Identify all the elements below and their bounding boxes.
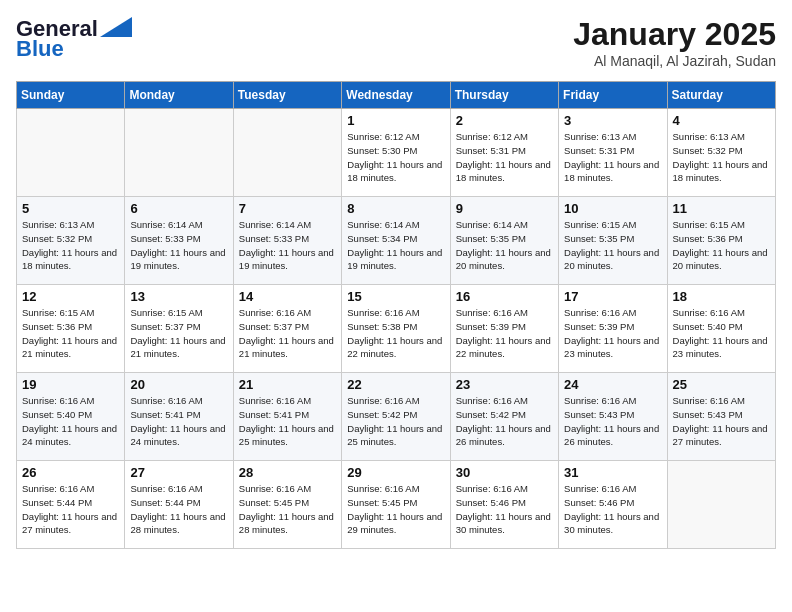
logo-text-blue: Blue bbox=[16, 36, 64, 62]
cell-details: Sunrise: 6:13 AMSunset: 5:32 PMDaylight:… bbox=[673, 130, 771, 185]
cell-details: Sunrise: 6:15 AMSunset: 5:37 PMDaylight:… bbox=[130, 306, 228, 361]
weekday-header-friday: Friday bbox=[559, 82, 667, 109]
cell-details: Sunrise: 6:13 AMSunset: 5:32 PMDaylight:… bbox=[22, 218, 120, 273]
cell-details: Sunrise: 6:16 AMSunset: 5:46 PMDaylight:… bbox=[564, 482, 662, 537]
calendar-cell: 29Sunrise: 6:16 AMSunset: 5:45 PMDayligh… bbox=[342, 461, 450, 549]
calendar-cell bbox=[233, 109, 341, 197]
calendar-cell: 20Sunrise: 6:16 AMSunset: 5:41 PMDayligh… bbox=[125, 373, 233, 461]
day-number: 13 bbox=[130, 289, 228, 304]
weekday-header-monday: Monday bbox=[125, 82, 233, 109]
calendar-cell: 30Sunrise: 6:16 AMSunset: 5:46 PMDayligh… bbox=[450, 461, 558, 549]
calendar-cell: 7Sunrise: 6:14 AMSunset: 5:33 PMDaylight… bbox=[233, 197, 341, 285]
calendar-cell: 6Sunrise: 6:14 AMSunset: 5:33 PMDaylight… bbox=[125, 197, 233, 285]
calendar-cell: 9Sunrise: 6:14 AMSunset: 5:35 PMDaylight… bbox=[450, 197, 558, 285]
cell-details: Sunrise: 6:16 AMSunset: 5:41 PMDaylight:… bbox=[130, 394, 228, 449]
cell-details: Sunrise: 6:14 AMSunset: 5:34 PMDaylight:… bbox=[347, 218, 445, 273]
day-number: 26 bbox=[22, 465, 120, 480]
logo: General Blue bbox=[16, 16, 132, 62]
cell-details: Sunrise: 6:14 AMSunset: 5:35 PMDaylight:… bbox=[456, 218, 554, 273]
calendar-cell: 14Sunrise: 6:16 AMSunset: 5:37 PMDayligh… bbox=[233, 285, 341, 373]
day-number: 31 bbox=[564, 465, 662, 480]
calendar-cell: 28Sunrise: 6:16 AMSunset: 5:45 PMDayligh… bbox=[233, 461, 341, 549]
day-number: 30 bbox=[456, 465, 554, 480]
calendar-cell: 18Sunrise: 6:16 AMSunset: 5:40 PMDayligh… bbox=[667, 285, 775, 373]
day-number: 28 bbox=[239, 465, 337, 480]
logo-triangle-icon bbox=[100, 17, 132, 37]
day-number: 21 bbox=[239, 377, 337, 392]
day-number: 17 bbox=[564, 289, 662, 304]
cell-details: Sunrise: 6:16 AMSunset: 5:40 PMDaylight:… bbox=[22, 394, 120, 449]
cell-details: Sunrise: 6:16 AMSunset: 5:46 PMDaylight:… bbox=[456, 482, 554, 537]
weekday-header-sunday: Sunday bbox=[17, 82, 125, 109]
cell-details: Sunrise: 6:16 AMSunset: 5:39 PMDaylight:… bbox=[564, 306, 662, 361]
day-number: 5 bbox=[22, 201, 120, 216]
calendar-cell: 13Sunrise: 6:15 AMSunset: 5:37 PMDayligh… bbox=[125, 285, 233, 373]
day-number: 16 bbox=[456, 289, 554, 304]
cell-details: Sunrise: 6:16 AMSunset: 5:39 PMDaylight:… bbox=[456, 306, 554, 361]
calendar-cell bbox=[17, 109, 125, 197]
calendar-cell: 31Sunrise: 6:16 AMSunset: 5:46 PMDayligh… bbox=[559, 461, 667, 549]
calendar-cell: 23Sunrise: 6:16 AMSunset: 5:42 PMDayligh… bbox=[450, 373, 558, 461]
calendar-cell: 1Sunrise: 6:12 AMSunset: 5:30 PMDaylight… bbox=[342, 109, 450, 197]
calendar-cell bbox=[667, 461, 775, 549]
cell-details: Sunrise: 6:16 AMSunset: 5:43 PMDaylight:… bbox=[564, 394, 662, 449]
day-number: 25 bbox=[673, 377, 771, 392]
calendar-week-4: 19Sunrise: 6:16 AMSunset: 5:40 PMDayligh… bbox=[17, 373, 776, 461]
day-number: 18 bbox=[673, 289, 771, 304]
cell-details: Sunrise: 6:16 AMSunset: 5:43 PMDaylight:… bbox=[673, 394, 771, 449]
calendar-cell: 17Sunrise: 6:16 AMSunset: 5:39 PMDayligh… bbox=[559, 285, 667, 373]
calendar-week-2: 5Sunrise: 6:13 AMSunset: 5:32 PMDaylight… bbox=[17, 197, 776, 285]
cell-details: Sunrise: 6:14 AMSunset: 5:33 PMDaylight:… bbox=[130, 218, 228, 273]
calendar-cell: 4Sunrise: 6:13 AMSunset: 5:32 PMDaylight… bbox=[667, 109, 775, 197]
day-number: 7 bbox=[239, 201, 337, 216]
calendar-cell: 22Sunrise: 6:16 AMSunset: 5:42 PMDayligh… bbox=[342, 373, 450, 461]
cell-details: Sunrise: 6:15 AMSunset: 5:35 PMDaylight:… bbox=[564, 218, 662, 273]
day-number: 8 bbox=[347, 201, 445, 216]
cell-details: Sunrise: 6:14 AMSunset: 5:33 PMDaylight:… bbox=[239, 218, 337, 273]
cell-details: Sunrise: 6:12 AMSunset: 5:31 PMDaylight:… bbox=[456, 130, 554, 185]
day-number: 14 bbox=[239, 289, 337, 304]
day-number: 23 bbox=[456, 377, 554, 392]
day-number: 12 bbox=[22, 289, 120, 304]
month-title: January 2025 bbox=[573, 16, 776, 53]
weekday-header-wednesday: Wednesday bbox=[342, 82, 450, 109]
cell-details: Sunrise: 6:12 AMSunset: 5:30 PMDaylight:… bbox=[347, 130, 445, 185]
day-number: 6 bbox=[130, 201, 228, 216]
day-number: 22 bbox=[347, 377, 445, 392]
day-number: 4 bbox=[673, 113, 771, 128]
title-block: January 2025 Al Manaqil, Al Jazirah, Sud… bbox=[573, 16, 776, 69]
day-number: 9 bbox=[456, 201, 554, 216]
calendar-table: SundayMondayTuesdayWednesdayThursdayFrid… bbox=[16, 81, 776, 549]
cell-details: Sunrise: 6:16 AMSunset: 5:42 PMDaylight:… bbox=[456, 394, 554, 449]
weekday-header-row: SundayMondayTuesdayWednesdayThursdayFrid… bbox=[17, 82, 776, 109]
calendar-week-1: 1Sunrise: 6:12 AMSunset: 5:30 PMDaylight… bbox=[17, 109, 776, 197]
weekday-header-tuesday: Tuesday bbox=[233, 82, 341, 109]
calendar-cell: 25Sunrise: 6:16 AMSunset: 5:43 PMDayligh… bbox=[667, 373, 775, 461]
day-number: 10 bbox=[564, 201, 662, 216]
calendar-cell: 11Sunrise: 6:15 AMSunset: 5:36 PMDayligh… bbox=[667, 197, 775, 285]
calendar-cell: 16Sunrise: 6:16 AMSunset: 5:39 PMDayligh… bbox=[450, 285, 558, 373]
cell-details: Sunrise: 6:16 AMSunset: 5:37 PMDaylight:… bbox=[239, 306, 337, 361]
page-header: General Blue January 2025 Al Manaqil, Al… bbox=[16, 16, 776, 69]
svg-marker-0 bbox=[100, 17, 132, 37]
calendar-week-5: 26Sunrise: 6:16 AMSunset: 5:44 PMDayligh… bbox=[17, 461, 776, 549]
calendar-cell: 27Sunrise: 6:16 AMSunset: 5:44 PMDayligh… bbox=[125, 461, 233, 549]
cell-details: Sunrise: 6:16 AMSunset: 5:42 PMDaylight:… bbox=[347, 394, 445, 449]
cell-details: Sunrise: 6:16 AMSunset: 5:38 PMDaylight:… bbox=[347, 306, 445, 361]
calendar-cell: 5Sunrise: 6:13 AMSunset: 5:32 PMDaylight… bbox=[17, 197, 125, 285]
cell-details: Sunrise: 6:16 AMSunset: 5:44 PMDaylight:… bbox=[22, 482, 120, 537]
day-number: 3 bbox=[564, 113, 662, 128]
calendar-cell: 26Sunrise: 6:16 AMSunset: 5:44 PMDayligh… bbox=[17, 461, 125, 549]
weekday-header-saturday: Saturday bbox=[667, 82, 775, 109]
calendar-cell: 10Sunrise: 6:15 AMSunset: 5:35 PMDayligh… bbox=[559, 197, 667, 285]
calendar-cell: 21Sunrise: 6:16 AMSunset: 5:41 PMDayligh… bbox=[233, 373, 341, 461]
day-number: 11 bbox=[673, 201, 771, 216]
day-number: 20 bbox=[130, 377, 228, 392]
calendar-cell: 3Sunrise: 6:13 AMSunset: 5:31 PMDaylight… bbox=[559, 109, 667, 197]
cell-details: Sunrise: 6:16 AMSunset: 5:40 PMDaylight:… bbox=[673, 306, 771, 361]
cell-details: Sunrise: 6:15 AMSunset: 5:36 PMDaylight:… bbox=[22, 306, 120, 361]
day-number: 19 bbox=[22, 377, 120, 392]
calendar-cell: 19Sunrise: 6:16 AMSunset: 5:40 PMDayligh… bbox=[17, 373, 125, 461]
cell-details: Sunrise: 6:13 AMSunset: 5:31 PMDaylight:… bbox=[564, 130, 662, 185]
cell-details: Sunrise: 6:15 AMSunset: 5:36 PMDaylight:… bbox=[673, 218, 771, 273]
